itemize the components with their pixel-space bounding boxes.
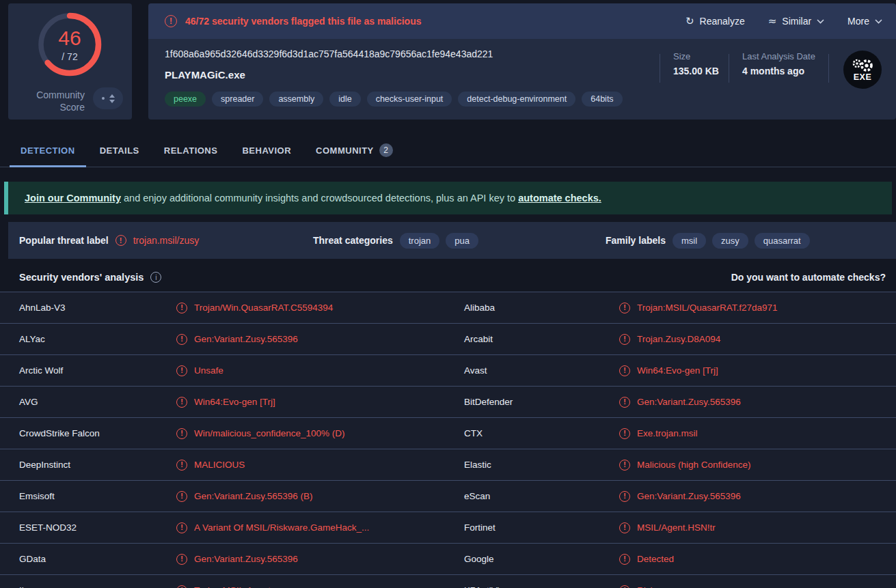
vendor-name: Ikarus — [19, 585, 176, 588]
divider — [828, 54, 829, 83]
detection-text: Gen:Variant.Zusy.565396 — [194, 334, 298, 344]
family-label-pill[interactable]: quasarrat — [755, 233, 810, 249]
file-tag[interactable]: peexe — [165, 92, 206, 107]
detection-result: !Win/malicious_confidence_100% (D) — [176, 428, 464, 439]
family-labels-group: Family labels msilzusyquasarrat — [606, 222, 810, 259]
threat-categories-group: Threat categories trojanpua — [313, 222, 478, 259]
alert-icon: ! — [619, 585, 630, 588]
vote-up-icon[interactable] — [109, 94, 115, 98]
alert-icon: ! — [176, 554, 187, 565]
file-summary-card: 1f608a6a965d32646d3329f6d3d1ac757fa56441… — [148, 39, 896, 120]
vendor-name: eScan — [464, 491, 619, 501]
detection-text: Trojan/Win.QuasarRAT.C5594394 — [194, 303, 333, 313]
detection-text: Trojan:MSIL/QuasarRAT.f27da971 — [637, 303, 778, 313]
family-labels-pills: msilzusyquasarrat — [673, 222, 810, 259]
vote-down-icon[interactable] — [109, 100, 115, 103]
family-label-pill[interactable]: msil — [673, 233, 706, 249]
similar-icon: ≈ — [768, 15, 777, 27]
gear-icon — [851, 58, 874, 72]
file-tags: peexespreaderassemblyidlechecks-user-inp… — [165, 92, 623, 107]
detection-text: MSIL/Agent.HSN!tr — [637, 522, 716, 533]
more-button[interactable]: More — [847, 16, 882, 27]
detection-result: !MSIL/Agent.HSN!tr — [619, 522, 896, 533]
tab-details[interactable]: DETAILS — [89, 134, 150, 167]
vendor-name: DeepInstinct — [19, 460, 176, 470]
automate-checks-link[interactable]: automate checks. — [518, 193, 601, 204]
divider — [660, 54, 660, 83]
tab-detection[interactable]: DETECTION — [10, 134, 86, 167]
alert-icon: ! — [176, 365, 187, 376]
vendor-name: BitDefender — [464, 397, 619, 407]
alert-icon: ! — [176, 522, 187, 533]
table-row: Ikarus!Trojan.MSIL.AgentK7AntiVirus!Risk… — [0, 574, 896, 588]
file-tag[interactable]: 64bits — [582, 92, 622, 107]
vendors-analysis-header: Security vendors' analysis i Do you want… — [0, 262, 896, 292]
vendor-name: Avast — [464, 365, 619, 376]
file-tag[interactable]: checks-user-input — [367, 92, 452, 107]
automate-checks-prompt[interactable]: Do you want to automate checks? — [731, 272, 886, 283]
reanalyze-button[interactable]: ↻ Reanalyze — [685, 15, 745, 27]
threat-categories-pills: trojanpua — [400, 222, 478, 259]
detection-result: !Trojan.Zusy.D8A094 — [619, 334, 896, 345]
file-tag[interactable]: assembly — [269, 92, 323, 107]
detection-text: Win64:Evo-gen [Trj] — [637, 365, 718, 376]
detection-text: Trojan.Zusy.D8A094 — [637, 334, 720, 344]
detection-result: !Unsafe — [176, 365, 464, 376]
detection-result: !Malicious (high Confidence) — [619, 460, 896, 471]
file-tag[interactable]: detect-debug-environment — [458, 92, 575, 107]
detection-score-gauge: 46 / 72 — [34, 9, 105, 80]
last-analysis-stat: Last Analysis Date 4 months ago — [742, 51, 815, 76]
alert-icon: ! — [619, 554, 630, 565]
file-sha256: 1f608a6a965d32646d3329f6d3d1ac757fa56441… — [165, 48, 493, 59]
score-total: / 72 — [34, 51, 105, 62]
table-row: GData!Gen:Variant.Zusy.565396Google!Dete… — [0, 543, 896, 574]
vote-dot-icon — [102, 97, 105, 100]
banner-actions: ↻ Reanalyze ≈ Similar More — [685, 15, 882, 27]
threat-category-pill[interactable]: pua — [446, 233, 478, 249]
detection-result: !Detected — [619, 554, 896, 565]
detection-text: Gen:Variant.Zusy.565396 (B) — [194, 491, 313, 501]
alert-icon: ! — [619, 460, 630, 471]
tab-bar: DETECTION DETAILS RELATIONS BEHAVIOR COM… — [0, 134, 896, 167]
divider — [729, 54, 729, 83]
detection-text: MALICIOUS — [194, 460, 245, 470]
detection-text: Malicious (high Confidence) — [637, 460, 751, 470]
alert-icon: ! — [176, 303, 187, 313]
alert-icon: ! — [619, 491, 630, 502]
malicious-flag-banner: ! 46/72 security vendors flagged this fi… — [148, 3, 896, 39]
vote-carets — [109, 94, 115, 103]
alert-icon: ! — [176, 585, 187, 588]
alert-icon: ! — [619, 303, 630, 313]
tab-behavior[interactable]: BEHAVIOR — [231, 134, 302, 167]
detection-result: !Trojan.MSIL.Agent — [176, 585, 464, 588]
tab-community[interactable]: COMMUNITY 2 — [305, 134, 404, 167]
alert-icon: ! — [176, 334, 187, 345]
detection-result: !Gen:Variant.Zusy.565396 — [619, 491, 896, 502]
table-row: ALYac!Gen:Variant.Zusy.565396Arcabit!Tro… — [0, 323, 896, 354]
community-count-badge: 2 — [379, 143, 393, 157]
exe-file-type-icon: EXE — [843, 51, 882, 89]
detection-text: Detected — [637, 554, 674, 564]
tab-relations[interactable]: RELATIONS — [153, 134, 229, 167]
table-row: ESET-NOD32!A Variant Of MSIL/Riskware.Ga… — [0, 512, 896, 543]
similar-button[interactable]: ≈ Similar — [768, 15, 824, 27]
detection-result: !Gen:Variant.Zusy.565396 — [176, 334, 464, 345]
join-community-link[interactable]: Join our Community — [25, 193, 121, 204]
reanalyze-icon: ↻ — [685, 15, 694, 27]
detection-result: !Win64:Evo-gen [Trj] — [619, 365, 896, 376]
file-tag[interactable]: spreader — [212, 92, 263, 107]
alert-icon: ! — [619, 365, 630, 376]
detection-result: !Trojan/Win.QuasarRAT.C5594394 — [176, 303, 464, 313]
community-score-label: Community Score — [21, 89, 85, 113]
family-label-pill[interactable]: zusy — [712, 233, 748, 249]
detection-text: Gen:Variant.Zusy.565396 — [194, 554, 298, 564]
vendor-name: Arcabit — [464, 334, 619, 344]
table-row: Arctic Wolf!UnsafeAvast!Win64:Evo-gen [T… — [0, 354, 896, 386]
info-icon[interactable]: i — [150, 272, 161, 283]
file-tag[interactable]: idle — [329, 92, 360, 107]
alert-icon: ! — [619, 334, 630, 345]
detection-result: !Gen:Variant.Zusy.565396 — [619, 397, 896, 408]
threat-category-pill[interactable]: trojan — [400, 233, 440, 249]
community-vote-widget[interactable] — [93, 87, 123, 109]
threat-summary-bar: Popular threat label ! trojan.msil/zusy … — [8, 222, 896, 259]
